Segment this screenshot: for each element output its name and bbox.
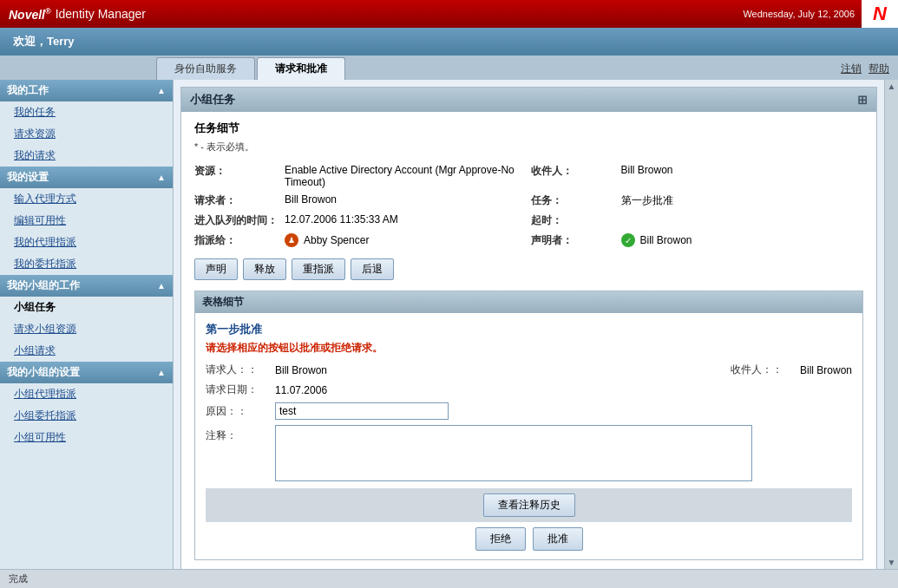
sidebar-item-group-availability[interactable]: 小组可用性 xyxy=(0,427,173,448)
instruction-text: 请选择相应的按钮以批准或拒绝请求。 xyxy=(206,341,852,356)
sidebar-item-group-requests[interactable]: 小组请求 xyxy=(0,340,173,362)
sidebar-item-my-requests[interactable]: 我的请求 xyxy=(0,145,173,167)
release-button[interactable]: 释放 xyxy=(243,258,286,280)
form-date-value: 11.07.2006 xyxy=(275,384,327,396)
check-icon: ✓ xyxy=(621,233,635,247)
assignee-name: Abby Spencer xyxy=(304,234,369,246)
section-label: 我的工作 xyxy=(7,83,49,98)
novell-logo: N xyxy=(862,0,898,28)
sidebar-item-enter-proxy[interactable]: 输入代理方式 xyxy=(0,188,173,210)
main-layout: 我的工作 ▲ 我的任务 请求资源 我的请求 我的设置 ▲ 输入代理方式 编辑可用… xyxy=(0,80,898,569)
main-content: 小组任务 ⊞ 任务细节 * - 表示必填。 资源： Enable Active … xyxy=(174,80,884,569)
section-label: 我的小组的工作 xyxy=(7,278,80,293)
welcome-text: 欢迎，Terry xyxy=(13,34,75,49)
panel-title: 小组任务 xyxy=(190,92,235,108)
chevron-up-icon: ▲ xyxy=(157,368,166,377)
claimant-name: Bill Browon xyxy=(640,234,692,246)
task-info-grid: 资源： Enable Active Directory Account (Mgr… xyxy=(194,164,863,248)
form-requester-label: 请求人：： xyxy=(206,363,275,377)
approve-button[interactable]: 批准 xyxy=(533,527,583,551)
reassign-button[interactable]: 重指派 xyxy=(292,258,345,280)
logo: Novell® xyxy=(9,7,51,22)
sidebar-item-group-tasks[interactable]: 小组任务 xyxy=(0,297,173,318)
final-buttons: 拒绝 批准 xyxy=(206,527,852,551)
person-icon: ♟ xyxy=(285,233,298,247)
recipient-value: Bill Browon xyxy=(621,164,864,188)
scroll-down-icon[interactable]: ▼ xyxy=(886,556,898,569)
n-letter: N xyxy=(873,3,887,25)
requester-value: Bill Browon xyxy=(285,193,528,208)
sidebar-item-my-proxy[interactable]: 我的代理指派 xyxy=(0,232,173,253)
date-display: Wednesday, July 12, 2006 xyxy=(743,9,855,19)
back-button[interactable]: 后退 xyxy=(351,258,394,280)
chevron-up-icon: ▲ xyxy=(157,281,166,291)
welcome-bar: 欢迎，Terry xyxy=(0,28,898,56)
form-reason-label: 原因：： xyxy=(206,404,275,419)
sidebar-item-request-group-resources[interactable]: 请求小组资源 xyxy=(0,318,173,340)
history-button[interactable]: 查看注释历史 xyxy=(483,493,575,517)
table-detail-body: 第一步批准 请选择相应的按钮以批准或拒绝请求。 请求人：： Bill Browo… xyxy=(195,313,862,559)
help-button[interactable]: 帮助 xyxy=(869,62,889,76)
scroll-up-icon[interactable]: ▲ xyxy=(886,80,898,93)
due-label: 起时： xyxy=(531,213,618,228)
logo-text: Novell xyxy=(9,7,45,21)
form-notes-label: 注释： xyxy=(206,428,275,443)
sidebar-section-my-settings: 我的设置 ▲ xyxy=(0,167,173,188)
nav-buttons: 注销 帮助 xyxy=(841,62,889,76)
tab-bar: 身份自助服务 请求和批准 注销 帮助 xyxy=(0,56,898,80)
form-reason-row: 原因：： xyxy=(206,402,852,420)
resource-value: Enable Active Directory Account (Mgr App… xyxy=(285,164,528,188)
sidebar-item-edit-availability[interactable]: 编辑可用性 xyxy=(0,210,173,232)
form-recipient-label: 收件人：： xyxy=(731,363,800,377)
chevron-up-icon: ▲ xyxy=(157,86,166,95)
scrollbar[interactable]: ▲ ▼ xyxy=(884,80,898,569)
step-title: 第一步批准 xyxy=(206,322,852,337)
reason-input[interactable] xyxy=(275,402,449,420)
queue-time-label: 进入队列的时间： xyxy=(194,213,281,228)
sidebar-item-request-resources[interactable]: 请求资源 xyxy=(0,123,173,145)
logo-reg: ® xyxy=(45,7,51,16)
section-label: 我的设置 xyxy=(7,170,49,185)
grid-icon: ⊞ xyxy=(857,93,868,107)
app-title: Identity Manager xyxy=(56,7,146,21)
main-panel: 小组任务 ⊞ 任务细节 * - 表示必填。 资源： Enable Active … xyxy=(180,87,877,569)
panel-header: 小组任务 ⊞ xyxy=(181,88,876,112)
tab-identity[interactable]: 身份自助服务 xyxy=(156,57,255,80)
sidebar-item-my-tasks[interactable]: 我的任务 xyxy=(0,101,173,123)
claim-button[interactable]: 声明 xyxy=(194,258,238,280)
action-buttons: 声明 释放 重指派 后退 xyxy=(194,258,863,280)
reject-button[interactable]: 拒绝 xyxy=(475,527,526,551)
task-label: 任务： xyxy=(531,193,618,208)
logout-button[interactable]: 注销 xyxy=(841,62,862,76)
tab-request[interactable]: 请求和批准 xyxy=(257,57,345,80)
claimant-label: 声明者： xyxy=(531,233,618,248)
sidebar-item-group-proxy[interactable]: 小组代理指派 xyxy=(0,383,173,405)
status-text: 完成 xyxy=(9,572,28,585)
assignee-row: ♟ Abby Spencer xyxy=(285,233,528,247)
sidebar-section-my-group-settings: 我的小组的设置 ▲ xyxy=(0,362,173,383)
notes-textarea[interactable] xyxy=(275,425,752,481)
requester-label: 请求者： xyxy=(194,193,281,208)
chevron-up-icon: ▲ xyxy=(157,173,166,182)
resource-label: 资源： xyxy=(194,164,281,188)
form-date-row: 请求日期： 11.07.2006 xyxy=(206,382,852,397)
form-requester-row: 请求人：： Bill Browon 收件人：： Bill Browon xyxy=(206,363,852,377)
claimant-row: ✓ Bill Browon xyxy=(621,233,864,247)
form-notes-row: 注释： xyxy=(206,425,852,481)
table-detail-panel: 表格细节 第一步批准 请选择相应的按钮以批准或拒绝请求。 请求人：： Bill … xyxy=(194,291,863,560)
due-value xyxy=(621,213,864,228)
status-bar: 完成 xyxy=(0,569,898,588)
form-recipient-value: Bill Browon xyxy=(800,364,852,376)
sidebar-item-group-delegate[interactable]: 小组委托指派 xyxy=(0,405,173,427)
assignee-label: 指派给： xyxy=(194,233,281,248)
required-note: * - 表示必填。 xyxy=(194,140,863,154)
app-header: Novell® Identity Manager Wednesday, July… xyxy=(0,0,898,28)
recipient-label: 收件人： xyxy=(531,164,618,188)
sidebar-item-my-delegate[interactable]: 我的委托指派 xyxy=(0,253,173,275)
assignee-value: ♟ Abby Spencer xyxy=(285,233,528,248)
sidebar: 我的工作 ▲ 我的任务 请求资源 我的请求 我的设置 ▲ 输入代理方式 编辑可用… xyxy=(0,80,174,569)
form-date-label: 请求日期： xyxy=(206,382,275,397)
form-requester-value: Bill Browon xyxy=(275,364,327,376)
task-value: 第一步批准 xyxy=(621,193,864,208)
task-detail-title: 任务细节 xyxy=(194,121,863,136)
